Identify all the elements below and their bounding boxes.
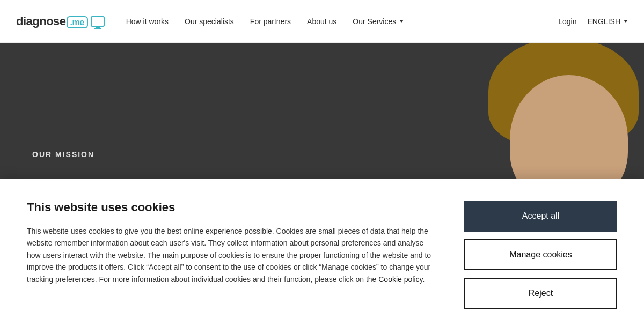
main-nav: How it works Our specialists For partner… (126, 17, 559, 26)
logo[interactable]: diagnose.me (16, 14, 105, 28)
monitor-shape (91, 16, 105, 27)
cookie-description: This website uses cookies to give you th… (27, 225, 432, 285)
cookie-description-text: This website uses cookies to give you th… (27, 227, 431, 284)
header-right: Login ENGLISH (558, 17, 628, 26)
cookie-actions: Accept all Manage cookies Reject (464, 201, 617, 309)
header: diagnose.me How it works Our specialists… (0, 0, 644, 43)
cookie-description-end: . (422, 275, 425, 284)
logo-me-badge: .me (67, 16, 88, 28)
accept-all-button[interactable]: Accept all (464, 201, 617, 232)
language-label: ENGLISH (588, 17, 620, 26)
nav-our-services[interactable]: Our Services (353, 17, 404, 26)
cookie-policy-link[interactable]: Cookie policy (378, 275, 422, 284)
cookie-title: This website uses cookies (27, 201, 432, 214)
logo-text: diagnose.me (16, 14, 89, 28)
nav-about-us[interactable]: About us (307, 17, 336, 26)
nav-how-it-works[interactable]: How it works (126, 17, 169, 26)
our-mission-label: OUR MISSION (32, 150, 94, 159)
login-button[interactable]: Login (558, 17, 576, 26)
cookie-content: This website uses cookies This website u… (27, 201, 432, 285)
language-selector[interactable]: ENGLISH (588, 17, 628, 26)
chevron-down-icon (399, 20, 404, 23)
nav-our-specialists[interactable]: Our specialists (185, 17, 234, 26)
language-chevron-icon (624, 20, 628, 23)
nav-our-services-label: Our Services (353, 17, 396, 26)
cookie-banner: This website uses cookies This website u… (0, 179, 644, 334)
manage-cookies-button[interactable]: Manage cookies (464, 239, 617, 270)
nav-for-partners[interactable]: For partners (250, 17, 291, 26)
logo-monitor-icon (91, 16, 105, 27)
reject-button[interactable]: Reject (464, 278, 617, 309)
logo-diagnose-text: diagnose (16, 14, 66, 28)
